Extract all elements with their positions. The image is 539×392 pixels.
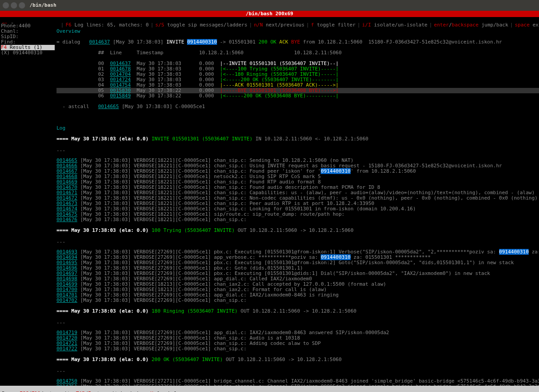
window-controls bbox=[3, 2, 25, 9]
window-title: /bin/bash bbox=[30, 3, 57, 8]
astcall-line: - astcall 0014665 [May 30 17:38:03] C-00… bbox=[57, 104, 539, 109]
app-title-bar: /bin/bash 200x69 bbox=[0, 11, 539, 17]
log-line: 0014751 [May 30 17:38:03] VERBOSE[27269]… bbox=[57, 384, 539, 386]
ladder-row[interactable]: 06 0015849 May 30 17:38:22 0.000 |<-----… bbox=[57, 93, 539, 99]
sidebar: Phone:4400 Chanl: SipID: Find: F4 Result… bbox=[0, 23, 56, 386]
log-section-header: ==== May 30 17:38:03 (ela: 0.0) 180 Ring… bbox=[57, 309, 539, 314]
close-icon[interactable] bbox=[3, 2, 9, 9]
footer-bar: Press ESC/F10/q to exit, TAB/Fx to switc… bbox=[0, 386, 539, 392]
minimize-icon[interactable] bbox=[11, 2, 17, 9]
log-header: Log bbox=[57, 126, 539, 131]
log-section-header: ==== May 30 17:38:03 (ela: 0.0) INVITE 0… bbox=[57, 136, 539, 142]
dialog-line: = dialog 0014637 [May 30 17:38:03] INVIT… bbox=[57, 39, 539, 45]
log-section-header: ==== May 30 17:38:03 (ela: 0.0) 200 OK (… bbox=[57, 357, 539, 362]
help-bar: F3 Search|F6 Log lines: 65, matches: 0|s… bbox=[0, 17, 539, 23]
log-line: 0014702 [May 30 17:38:03] VERBOSE[27269]… bbox=[57, 298, 539, 303]
result-item[interactable]: (X) 0914400310 bbox=[1, 50, 56, 56]
content-pane[interactable]: Overview = dialog 0014637 [May 30 17:38:… bbox=[56, 23, 539, 386]
titlebar: /bin/bash bbox=[0, 0, 539, 11]
log-section-header: ==== May 30 17:38:03 (ela: 0.0) 100 Tryi… bbox=[57, 228, 539, 233]
ladder-header: ## Line Timestamp 10.128.2.1:5060 10.128… bbox=[57, 50, 539, 56]
overview-header: Overview bbox=[57, 29, 539, 34]
log-line: 0014722 [May 30 17:38:03] VERBOSE[27269]… bbox=[57, 346, 539, 352]
log-line: 0014676 [May 30 17:38:03] VERBOSE[18221]… bbox=[57, 217, 539, 222]
maximize-icon[interactable] bbox=[19, 2, 25, 9]
